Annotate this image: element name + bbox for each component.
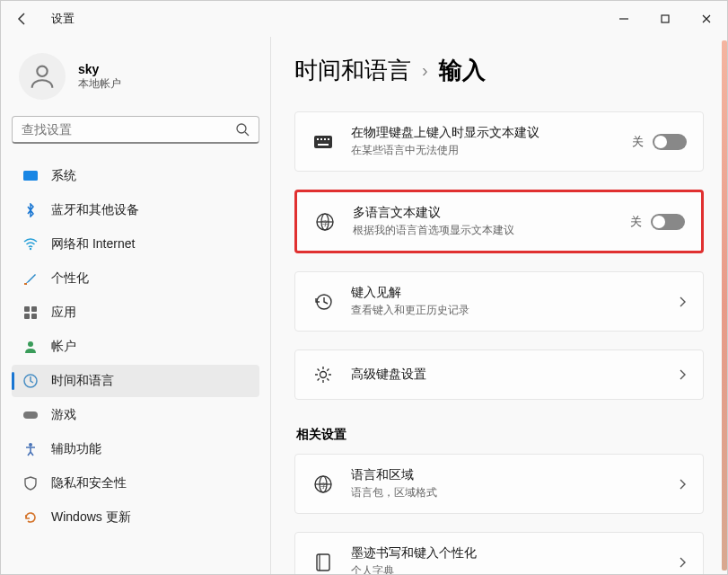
card-body: 墨迹书写和键入个性化 个人字典 <box>351 545 662 574</box>
nav-label: 帐户 <box>51 339 76 355</box>
person-icon <box>22 339 39 355</box>
svg-rect-21 <box>318 144 329 146</box>
svg-rect-9 <box>31 306 37 312</box>
card-body: 在物理键盘上键入时显示文本建议 在某些语言中无法使用 <box>351 125 616 158</box>
nav-accounts[interactable]: 帐户 <box>12 331 259 363</box>
search-icon <box>235 122 250 137</box>
maximize-button[interactable] <box>645 1 686 37</box>
svg-rect-14 <box>23 411 38 419</box>
accessibility-icon <box>22 441 39 457</box>
svg-rect-11 <box>31 314 37 319</box>
gear-icon <box>311 363 335 386</box>
svg-rect-1 <box>662 15 669 22</box>
nav-time-language[interactable]: 时间和语言 <box>12 365 259 397</box>
svg-rect-18 <box>320 138 322 140</box>
nav-network[interactable]: 网络和 Internet <box>12 228 259 261</box>
toggle-hardware-suggestions[interactable] <box>653 134 687 150</box>
nav-system[interactable]: 系统 <box>12 160 259 192</box>
apps-icon <box>22 305 39 321</box>
svg-point-2 <box>37 66 47 76</box>
section-related-label: 相关设置 <box>296 427 704 443</box>
nav-accessibility[interactable]: 辅助功能 <box>12 433 259 465</box>
svg-rect-19 <box>324 138 326 140</box>
nav-gaming[interactable]: 游戏 <box>12 399 259 431</box>
card-title: 多语言文本建议 <box>353 205 614 221</box>
card-title: 键入见解 <box>351 285 662 301</box>
close-button[interactable] <box>686 1 727 37</box>
card-title: 语言和区域 <box>351 467 662 483</box>
title-bar: 设置 <box>1 1 727 37</box>
app-title: 设置 <box>51 11 75 27</box>
breadcrumb: 时间和语言 › 输入 <box>294 55 704 86</box>
nav-label: 应用 <box>51 305 76 321</box>
svg-rect-32 <box>317 554 329 571</box>
card-hardware-suggestions[interactable]: 在物理键盘上键入时显示文本建议 在某些语言中无法使用 关 <box>294 111 704 172</box>
sidebar: sky 本地帐户 系统 蓝牙和其他设备 网络和 Internet 个性化 应用 … <box>1 37 270 574</box>
svg-point-12 <box>28 341 33 347</box>
breadcrumb-parent[interactable]: 时间和语言 <box>294 55 411 86</box>
language-globe-icon: 字 <box>311 473 335 496</box>
svg-text:字: 字 <box>320 482 327 489</box>
user-text: sky 本地帐户 <box>78 62 121 92</box>
card-body: 高级键盘设置 <box>351 367 662 383</box>
chevron-right-icon <box>678 296 687 308</box>
card-body: 键入见解 查看键入和更正历史记录 <box>351 285 662 318</box>
nav-bluetooth[interactable]: 蓝牙和其他设备 <box>12 194 259 226</box>
avatar <box>19 53 66 100</box>
globe-clock-icon <box>22 373 39 389</box>
nav-apps[interactable]: 应用 <box>12 296 259 329</box>
nav-windows-update[interactable]: Windows 更新 <box>12 501 259 534</box>
card-title: 高级键盘设置 <box>351 367 662 383</box>
titlebar-left: 设置 <box>8 4 75 33</box>
svg-point-15 <box>29 443 32 447</box>
card-language-region[interactable]: 字 语言和区域 语言包，区域格式 <box>294 454 704 514</box>
card-advanced-keyboard[interactable]: 高级键盘设置 <box>294 349 704 400</box>
display-icon <box>22 168 39 184</box>
card-body: 多语言文本建议 根据我的语言首选项显示文本建议 <box>353 205 614 238</box>
svg-rect-17 <box>317 138 319 140</box>
card-sub: 个人字典 <box>351 563 662 574</box>
card-multilingual-suggestions[interactable]: 字 多语言文本建议 根据我的语言首选项显示文本建议 关 <box>294 190 704 253</box>
chevron-right-icon <box>678 556 687 569</box>
user-sub: 本地帐户 <box>78 76 121 92</box>
bluetooth-icon <box>22 202 39 218</box>
svg-rect-5 <box>23 171 38 181</box>
search-input[interactable] <box>22 122 235 137</box>
minimize-button[interactable] <box>603 1 645 37</box>
chevron-right-icon <box>678 478 687 491</box>
card-inking-typing[interactable]: 墨迹书写和键入个性化 个人字典 <box>294 532 704 574</box>
card-sub: 在某些语言中无法使用 <box>351 143 616 158</box>
back-button[interactable] <box>8 4 37 33</box>
nav-personalization[interactable]: 个性化 <box>12 262 259 295</box>
toggle-state-label: 关 <box>632 134 644 150</box>
language-globe-icon: 字 <box>313 210 337 234</box>
svg-line-4 <box>245 132 249 136</box>
gamepad-icon <box>22 407 39 423</box>
nav-label: Windows 更新 <box>51 509 131 526</box>
svg-point-3 <box>237 124 246 133</box>
main-pane: 时间和语言 › 输入 在物理键盘上键入时显示文本建议 在某些语言中无法使用 关 … <box>270 37 727 574</box>
toggle-state-label: 关 <box>630 214 642 230</box>
nav-label: 辅助功能 <box>51 441 101 457</box>
card-title: 在物理键盘上键入时显示文本建议 <box>351 125 616 141</box>
svg-text:字: 字 <box>322 220 329 226</box>
brush-icon <box>22 270 39 287</box>
breadcrumb-current: 输入 <box>439 55 486 86</box>
nav-label: 系统 <box>51 168 76 184</box>
user-name: sky <box>78 62 121 76</box>
history-icon <box>311 290 335 314</box>
card-right: 关 <box>630 214 685 230</box>
card-sub: 查看键入和更正历史记录 <box>351 303 662 318</box>
user-block[interactable]: sky 本地帐户 <box>12 48 259 116</box>
card-typing-insights[interactable]: 键入见解 查看键入和更正历史记录 <box>294 271 704 332</box>
update-icon <box>22 509 39 526</box>
search-box[interactable] <box>12 116 259 144</box>
svg-rect-16 <box>314 136 332 148</box>
card-sub: 根据我的语言首选项显示文本建议 <box>353 223 614 238</box>
nav-label: 个性化 <box>51 270 89 287</box>
toggle-multilingual-suggestions[interactable] <box>651 214 685 230</box>
svg-rect-10 <box>24 314 30 319</box>
card-right: 关 <box>632 134 687 150</box>
svg-rect-8 <box>24 306 30 312</box>
nav-privacy[interactable]: 隐私和安全性 <box>12 467 259 500</box>
